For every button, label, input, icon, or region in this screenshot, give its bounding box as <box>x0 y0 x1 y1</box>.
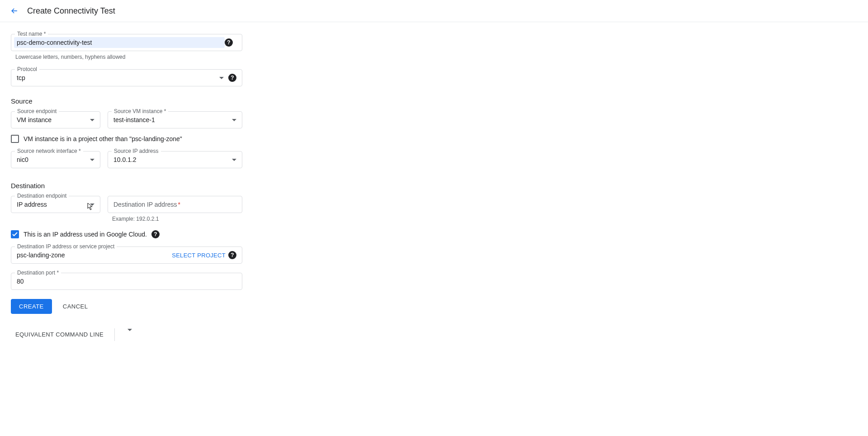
chevron-down-icon <box>90 204 94 206</box>
other-project-checkbox-label: VM instance is in a project other than "… <box>24 135 182 142</box>
protocol-label: Protocol <box>15 66 39 72</box>
test-name-field[interactable]: Test name * ? <box>11 34 242 51</box>
gcp-ip-checkbox[interactable] <box>11 230 19 238</box>
source-vm-select[interactable]: Source VM instance * test-instance-1 <box>108 111 242 128</box>
destination-port-input[interactable] <box>17 277 236 286</box>
equivalent-cmd-row: EQUIVALENT COMMAND LINE <box>11 327 242 341</box>
form-content: Test name * ? Lowercase letters, numbers… <box>0 22 253 353</box>
chevron-down-icon <box>90 159 94 161</box>
chevron-down-icon <box>127 329 132 338</box>
form-actions: CREATE CANCEL <box>11 299 242 314</box>
help-icon[interactable]: ? <box>225 38 233 47</box>
page-title: Create Connectivity Test <box>27 6 115 16</box>
help-icon[interactable]: ? <box>228 74 236 82</box>
source-ip-value: 10.0.1.2 <box>113 156 228 163</box>
test-name-label: Test name * <box>15 31 48 37</box>
other-project-checkbox[interactable] <box>11 135 19 143</box>
destination-ip-placeholder: Destination IP address* <box>113 201 180 208</box>
source-vm-label: Source VM instance * <box>112 108 168 114</box>
destination-ip-hint: Example: 192.0.2.1 <box>112 216 242 222</box>
chevron-down-icon <box>232 119 236 121</box>
protocol-select[interactable]: Protocol tcp ? <box>11 69 242 86</box>
destination-project-label: Destination IP address or service projec… <box>15 243 117 250</box>
destination-heading: Destination <box>11 182 242 190</box>
source-nic-label: Source network interface * <box>15 148 83 154</box>
gcp-ip-checkbox-label: This is an IP address used in Google Clo… <box>24 231 147 238</box>
source-ip-label: Source IP address <box>112 148 161 154</box>
equivalent-dropdown-button[interactable] <box>121 328 135 341</box>
help-icon[interactable]: ? <box>228 251 236 259</box>
divider <box>114 328 115 341</box>
chevron-down-icon <box>219 77 224 79</box>
chevron-down-icon <box>90 119 94 121</box>
source-vm-value: test-instance-1 <box>113 116 228 123</box>
source-ip-select[interactable]: Source IP address 10.0.1.2 <box>108 151 242 168</box>
protocol-value: tcp <box>17 74 216 81</box>
chevron-down-icon <box>232 159 236 161</box>
destination-project-value: psc-landing-zone <box>17 251 172 259</box>
page-header: Create Connectivity Test <box>0 0 868 22</box>
destination-port-field[interactable]: Destination port * <box>11 273 242 290</box>
help-icon[interactable]: ? <box>151 230 160 238</box>
source-nic-value: nic0 <box>17 156 86 163</box>
destination-port-label: Destination port * <box>15 270 61 276</box>
source-nic-select[interactable]: Source network interface * nic0 <box>11 151 100 168</box>
equivalent-command-line-button[interactable]: EQUIVALENT COMMAND LINE <box>11 327 108 341</box>
source-endpoint-value: VM instance <box>17 116 86 123</box>
destination-project-field[interactable]: Destination IP address or service projec… <box>11 246 242 264</box>
source-endpoint-label: Source endpoint <box>15 108 59 114</box>
source-heading: Source <box>11 97 242 105</box>
test-name-input[interactable] <box>14 37 225 48</box>
destination-ip-field[interactable]: Destination IP address* <box>108 196 242 213</box>
create-button[interactable]: CREATE <box>11 299 52 314</box>
destination-endpoint-value: IP address <box>17 201 86 208</box>
cancel-button[interactable]: CANCEL <box>63 303 88 310</box>
test-name-hint: Lowercase letters, numbers, hyphens allo… <box>15 54 242 60</box>
source-endpoint-select[interactable]: Source endpoint VM instance <box>11 111 100 128</box>
back-arrow-icon[interactable] <box>9 5 20 16</box>
select-project-button[interactable]: SELECT PROJECT <box>172 252 226 259</box>
destination-endpoint-label: Destination endpoint <box>15 193 69 199</box>
destination-endpoint-select[interactable]: Destination endpoint IP address <box>11 196 100 213</box>
